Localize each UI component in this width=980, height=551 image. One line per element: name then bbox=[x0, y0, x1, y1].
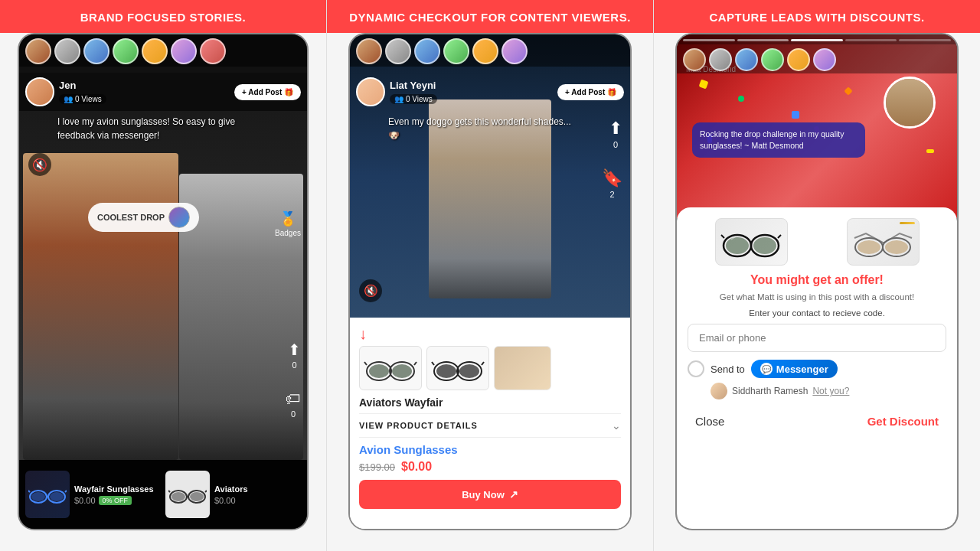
phone2-add-post-button[interactable]: + Add Post 🎁 bbox=[557, 84, 624, 100]
phone2-product-images bbox=[359, 346, 621, 390]
col1-header: BRAND FOCUSED STORIES. bbox=[0, 0, 326, 33]
drop-avatar bbox=[168, 207, 190, 228]
svg-line-31 bbox=[721, 235, 724, 238]
phone3-story-3[interactable] bbox=[735, 48, 758, 71]
phone2-frame: Liat Yeyni 👥 0 Views + Add Post 🎁 Even m… bbox=[348, 33, 632, 530]
story-thumb-6[interactable] bbox=[171, 38, 197, 64]
col1-header-bg: BRAND FOCUSED STORIES. bbox=[0, 0, 326, 33]
phone2-story-6[interactable] bbox=[501, 38, 528, 64]
seg3-active bbox=[791, 39, 843, 41]
phone3-story-6[interactable] bbox=[813, 48, 836, 71]
phone1-views: 👥 0 Views bbox=[59, 94, 106, 104]
confetti-4 bbox=[844, 86, 852, 95]
phone3-not-you-link[interactable]: Not you? bbox=[812, 386, 849, 396]
story-thumb-7[interactable] bbox=[200, 38, 226, 64]
phone3-story-1[interactable] bbox=[683, 48, 706, 71]
phone2-story-2[interactable] bbox=[385, 38, 411, 64]
confetti-3 bbox=[792, 111, 799, 119]
svg-line-10 bbox=[168, 491, 170, 492]
phone2-mute-icon[interactable]: 🔇 bbox=[359, 279, 382, 302]
phone1-like-area: 🏷 0 bbox=[286, 390, 301, 419]
phone2-user-header: Liat Yeyni 👥 0 Views + Add Post 🎁 bbox=[350, 73, 630, 111]
phone1-product2-name: Aviators bbox=[214, 484, 301, 494]
phone2-save-icon[interactable]: 🔖 bbox=[602, 168, 622, 188]
phone1-userinfo: Jen 👥 0 Views bbox=[59, 80, 234, 105]
col1-phone-area: Jen 👥 0 Views + Add Post 🎁 I love my avi… bbox=[13, 33, 313, 551]
svg-line-24 bbox=[432, 362, 434, 365]
phone3-close-button[interactable]: Close bbox=[688, 410, 732, 432]
phone3-sg1-svg bbox=[720, 224, 782, 259]
phone3-story-2[interactable] bbox=[709, 48, 732, 71]
col2-header-bg: DYNAMIC CHECKOUT FOR CONTENT VIEWERS. bbox=[327, 0, 653, 33]
messenger-icon: 💬 bbox=[760, 363, 773, 375]
phone1-product1-price-row: $0.00 0% OFF bbox=[74, 496, 161, 505]
phone1-sunglass2-svg bbox=[168, 483, 207, 506]
phone2-buy-now-button[interactable]: Buy Now ↗ bbox=[359, 480, 621, 509]
story-thumb-2[interactable] bbox=[54, 38, 80, 64]
phone2-story-1[interactable] bbox=[356, 38, 382, 64]
col2-phone-area: Liat Yeyni 👥 0 Views + Add Post 🎁 Even m… bbox=[344, 33, 636, 551]
svg-point-6 bbox=[50, 492, 64, 501]
phone1-like-icon[interactable]: 🏷 bbox=[286, 390, 301, 408]
phone2-view-details-row[interactable]: VIEW PRODUCT DETAILS ⌄ bbox=[359, 413, 621, 438]
svg-line-32 bbox=[778, 235, 781, 238]
phone3-user-row: Siddharth Ramesh Not you? bbox=[688, 383, 946, 399]
phone2-username: Liat Yeyni bbox=[390, 80, 557, 91]
phone2-story-3[interactable] bbox=[414, 38, 440, 64]
phone1-video-area bbox=[19, 111, 307, 460]
phone2-story-4[interactable] bbox=[443, 38, 469, 64]
phone3-offer-title: You might get an offer! bbox=[688, 273, 946, 287]
story-thumb-4[interactable] bbox=[113, 38, 139, 64]
phone1-product1-price: $0.00 bbox=[74, 496, 96, 505]
phone1-user-header: Jen 👥 0 Views + Add Post 🎁 bbox=[19, 73, 307, 111]
phone2-down-arrow-icon: ↓ bbox=[359, 325, 621, 343]
phone1-product2-thumb bbox=[165, 471, 210, 518]
story-thumb-5[interactable] bbox=[142, 38, 168, 64]
phone2-caption: Even my doggo gets this wonderful shades… bbox=[388, 115, 584, 142]
phone2-avatar bbox=[356, 77, 385, 106]
phone1-share-count: 0 bbox=[292, 360, 296, 370]
phone3-messenger-badge[interactable]: 💬 Messenger bbox=[751, 360, 838, 378]
phone2-prod-img3[interactable] bbox=[494, 346, 551, 390]
phone2-sunglass1-svg bbox=[364, 353, 417, 383]
phone2-story-5[interactable] bbox=[472, 38, 498, 64]
phone1-product1-discount: 0% OFF bbox=[99, 496, 132, 505]
phone2-prod-img2[interactable] bbox=[426, 346, 489, 390]
column-3: CAPTURE LEADS WITH DISCOUNTS. bbox=[654, 0, 980, 551]
svg-line-3 bbox=[28, 491, 30, 492]
phone2-share-icon[interactable]: ⬆ bbox=[609, 119, 622, 139]
phone1-mute-icon[interactable]: 🔇 bbox=[28, 153, 51, 176]
phone3-sg1[interactable] bbox=[715, 218, 788, 266]
phone3-modal: You might get an offer! Get what Matt is… bbox=[677, 207, 957, 529]
phone3-story-segs bbox=[677, 34, 957, 44]
phone2-sunglass2-svg bbox=[431, 353, 485, 383]
seg4 bbox=[845, 39, 897, 41]
phone2-prod-img1[interactable] bbox=[359, 346, 422, 390]
buy-now-icon: ↗ bbox=[509, 488, 518, 500]
phone2-video: Liat Yeyni 👥 0 Views + Add Post 🎁 Even m… bbox=[350, 34, 630, 318]
phone1-sunglass1-svg bbox=[28, 483, 67, 506]
phone3-email-input[interactable] bbox=[688, 324, 946, 352]
phone1-story-bar bbox=[19, 34, 307, 67]
phone3-story-5[interactable] bbox=[787, 48, 810, 71]
phone3-get-discount-button[interactable]: Get Discount bbox=[860, 410, 946, 432]
column-1: BRAND FOCUSED STORIES. Jen bbox=[0, 0, 326, 551]
svg-point-38 bbox=[858, 240, 880, 254]
story-thumb-3[interactable] bbox=[83, 38, 109, 64]
phone3-mini-avatar bbox=[710, 383, 727, 399]
phone1-add-post-button[interactable]: + Add Post 🎁 bbox=[234, 84, 301, 100]
phone3-send-checkbox[interactable] bbox=[688, 360, 704, 377]
phone1-share-icon[interactable]: ⬆ bbox=[288, 341, 301, 359]
phone3-user-name: Siddharth Ramesh bbox=[732, 386, 808, 396]
svg-point-27 bbox=[459, 364, 479, 378]
col2-header: DYNAMIC CHECKOUT FOR CONTENT VIEWERS. bbox=[327, 0, 653, 33]
phone3-story-4[interactable] bbox=[761, 48, 784, 71]
phone3-speech-bubble: Rocking the drop challenge in my quality… bbox=[692, 122, 865, 158]
phone3-sg2[interactable] bbox=[847, 218, 920, 266]
phone3-messenger-label: Messenger bbox=[776, 364, 828, 375]
story-thumb-1[interactable] bbox=[25, 38, 51, 64]
phone1-badges-icon[interactable]: 🏅 bbox=[279, 210, 296, 227]
svg-point-33 bbox=[726, 237, 749, 254]
phone2-views: 👥 0 Views bbox=[390, 94, 437, 104]
phone3-sunglasses-showcase bbox=[688, 218, 946, 266]
